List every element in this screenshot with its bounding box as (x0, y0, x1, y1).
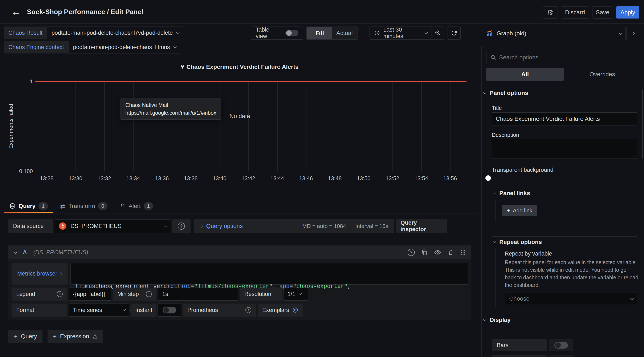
query-row-actions: ? (408, 249, 466, 256)
tooltip-link[interactable]: https://mail.google.com/mail/u/1/#inbox (125, 109, 216, 117)
metrics-browser-button[interactable]: Metrics browser (12, 263, 68, 285)
tab-count-badge: 1 (144, 202, 153, 210)
apply-button[interactable]: Apply (616, 6, 639, 19)
min-step-input[interactable] (158, 287, 238, 301)
legend-input-field[interactable] (73, 291, 107, 297)
x-tick-label: 13:28 (32, 175, 62, 182)
bell-icon (120, 203, 126, 209)
query-row-header[interactable]: A (DS_PROMETHEUS) ? (8, 245, 471, 259)
chevron-down-icon (630, 296, 634, 300)
repeat-variable-select[interactable]: Choose (505, 293, 637, 305)
query-datasource-hint: (DS_PROMETHEUS) (33, 249, 88, 256)
instant-toggle[interactable] (162, 307, 176, 313)
options-search-input[interactable] (499, 54, 637, 61)
threshold-line (35, 81, 466, 82)
panel-options-section-header[interactable]: Panel options (483, 90, 528, 96)
tab-alert[interactable]: Alert 1 (114, 199, 158, 213)
variable-value-dropdown[interactable]: podtato-main-pod-delete-chaosnl7vd-pod-d… (47, 27, 183, 39)
discard-button[interactable]: Discard (561, 6, 589, 19)
exemplars-chip[interactable]: Exemplars (258, 303, 303, 316)
promql-expression-input[interactable]: litmuschaos_experiment_verdict{job="litm… (70, 263, 468, 285)
repeat-options-section-header[interactable]: Repeat options (493, 239, 542, 245)
x-axis-line (35, 171, 466, 171)
description-field-label: Description (492, 132, 519, 138)
exemplars-label: Exemplars (262, 307, 289, 313)
gridline (220, 82, 220, 171)
next-option-row-clipped (492, 355, 547, 357)
add-query-label: Query (21, 333, 37, 340)
save-button[interactable]: Save (592, 6, 613, 19)
query-options-bar[interactable]: Query options MD = auto = 1084 Interval … (194, 219, 394, 233)
delete-trash-icon[interactable] (448, 249, 454, 255)
variable-value-dropdown[interactable]: podtato-main-pod-delete-chaos_litmus (68, 41, 180, 54)
x-tick-label: 13:46 (291, 175, 321, 182)
tab-overrides[interactable]: Overrides (564, 68, 641, 81)
add-expression-button[interactable]: + Expression ⚠ (48, 330, 103, 343)
bars-toggle[interactable] (554, 342, 568, 348)
tab-all[interactable]: All (486, 68, 564, 81)
warning-icon: ⚠ (92, 333, 98, 340)
section-divider (492, 236, 637, 237)
min-step-label-chip: Min step i (113, 287, 156, 301)
table-view-toggle[interactable] (286, 30, 298, 37)
toggle-knob (286, 30, 292, 36)
query-options-row-1: Legend i Min step i Resolution 1/1 (12, 287, 309, 301)
min-step-input-field[interactable] (162, 291, 234, 297)
transform-icon: ⇄ (60, 202, 66, 210)
plus-icon: + (53, 333, 57, 340)
instant-toggle-box (158, 303, 181, 316)
time-range-button[interactable]: Last 30 minutes (370, 27, 432, 39)
graph-viz-icon (486, 30, 493, 37)
gridline (450, 82, 450, 171)
back-arrow-icon[interactable]: ← (9, 6, 23, 18)
bars-option-label: Bars (492, 339, 547, 351)
add-query-button[interactable]: + Query (8, 330, 42, 343)
tab-label: Transform (68, 203, 95, 209)
prometheus-type-chip: Prometheus i (183, 303, 256, 316)
section-title: Panel options (490, 90, 528, 96)
gridline (248, 82, 249, 171)
datasource-help-button[interactable]: ? (172, 219, 190, 233)
query-inspector-button[interactable]: Query inspector (396, 219, 447, 233)
legend-input[interactable] (69, 287, 111, 301)
time-range-label: Last 30 minutes (383, 27, 421, 40)
y-tick-label: 1 (10, 78, 33, 85)
scrollbar-thumb[interactable] (642, 89, 643, 159)
datasource-picker[interactable]: DS_PROMETHEUS (55, 219, 170, 233)
tab-query[interactable]: Query 1 (4, 199, 53, 213)
variable-label: Chaos Engine context (4, 41, 68, 54)
x-tick-label: 13:54 (406, 175, 436, 182)
refresh-icon (451, 30, 457, 36)
query-help-icon[interactable]: ? (408, 249, 415, 256)
refresh-button[interactable] (448, 27, 460, 40)
query-actions: + Query + Expression ⚠ (8, 330, 103, 343)
options-filter-tabs: All Overrides (486, 68, 641, 81)
visualization-picker[interactable]: Graph (old) (482, 27, 626, 40)
gridline (47, 82, 47, 171)
gridline (335, 82, 335, 171)
add-link-button[interactable]: + Add link (502, 205, 537, 216)
panel-description-textarea[interactable] (492, 139, 637, 159)
resolution-select[interactable]: 1/1 (284, 287, 309, 301)
drag-handle-icon[interactable] (460, 249, 466, 256)
x-tick-label: 13:56 (435, 175, 465, 182)
toggle-viz-picker-button[interactable] (626, 27, 639, 40)
panel-settings-button[interactable]: ⚙ (543, 6, 558, 19)
duplicate-icon[interactable] (421, 249, 428, 256)
format-select[interactable]: Time series (69, 303, 129, 316)
variable-value: podtato-main-pod-delete-chaosnl7vd-pod-d… (52, 30, 173, 36)
datasource-name: DS_PROMETHEUS (70, 223, 122, 229)
display-section-header[interactable]: Display (483, 316, 511, 323)
section-indent-line (495, 200, 496, 222)
tab-transform[interactable]: ⇄ Transform 0 (55, 199, 112, 213)
hide-query-eye-icon[interactable] (434, 249, 441, 256)
max-data-points-text: MD = auto = 1084 (302, 223, 346, 229)
zoom-out-button[interactable] (432, 27, 444, 39)
resize-handle-icon[interactable] (632, 154, 636, 157)
fill-option[interactable]: Fill (307, 27, 332, 39)
options-search[interactable] (486, 51, 641, 64)
panel-links-section-header[interactable]: Panel links (493, 190, 530, 197)
section-divider (492, 188, 637, 188)
actual-option[interactable]: Actual (332, 27, 357, 39)
panel-title-input[interactable] (492, 112, 637, 125)
